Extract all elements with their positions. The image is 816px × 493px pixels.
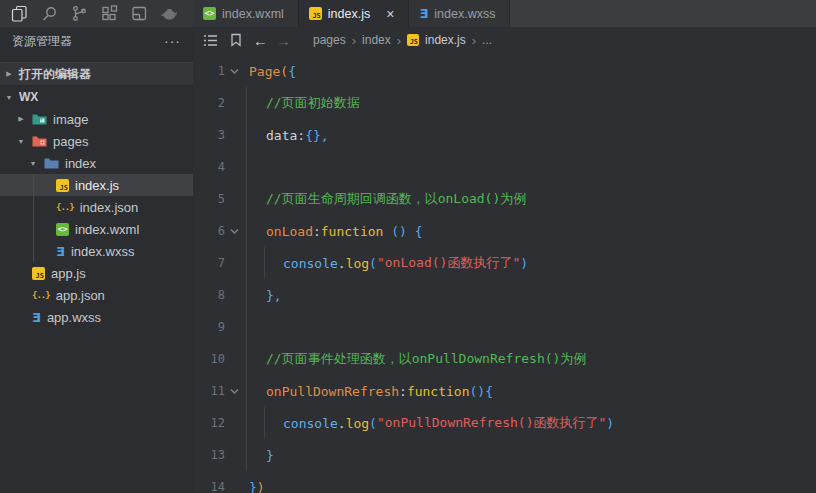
folder-pages-folder-icon	[32, 135, 47, 147]
bookmark-icon[interactable]	[227, 31, 245, 49]
breadcrumb-separator: ›	[352, 33, 356, 48]
file-name: pages	[53, 134, 88, 149]
indent-guide	[33, 240, 34, 262]
editor-group: ← → pages›index›JSindex.js›... 1Page({2/…	[193, 27, 816, 493]
wxss-file-icon: Ǝ	[419, 7, 428, 20]
token: data	[266, 128, 297, 143]
breadcrumb-item[interactable]: ...	[482, 33, 492, 47]
indent-guide	[246, 343, 247, 375]
tab-index-wxss[interactable]: Ǝ index.wxss	[409, 0, 510, 27]
line-number[interactable]: 8	[193, 288, 225, 302]
folder-index-folder-icon	[44, 157, 59, 169]
breadcrumb-item[interactable]: pages	[313, 33, 346, 47]
code-text: onLoad:function () {	[243, 215, 816, 247]
line-number[interactable]: 7	[193, 256, 225, 270]
code-line-9[interactable]: 9	[193, 311, 816, 343]
code-line-2[interactable]: 2//页面初始数据	[193, 87, 816, 119]
section-project-wx[interactable]: ▼ WX	[0, 86, 193, 108]
tree-item-app-js[interactable]: JSapp.js	[0, 262, 193, 284]
code-text: //页面生命周期回调函数，以onLoad()为例	[243, 183, 816, 215]
line-number[interactable]: 4	[193, 160, 225, 174]
line-number[interactable]: 12	[193, 416, 225, 430]
files-icon[interactable]	[6, 3, 32, 25]
tab-index-js[interactable]: JS index.js ×	[299, 0, 410, 27]
back-icon[interactable]: ←	[253, 33, 268, 48]
code-line-6[interactable]: 6onLoad:function () {	[193, 215, 816, 247]
token: //页面事件处理函数，以onPullDownRefresh()为例	[266, 350, 586, 368]
fold-chevron-icon[interactable]	[225, 228, 243, 235]
line-number[interactable]: 10	[193, 352, 225, 366]
token: onPullDownRefresh	[266, 384, 399, 399]
token: }	[266, 288, 274, 303]
tree-item-index-json[interactable]: {..}index.json	[0, 196, 193, 218]
line-number[interactable]: 11	[193, 384, 225, 398]
line-number[interactable]: 2	[193, 96, 225, 110]
tab-index-wxml[interactable]: <> index.wxml	[193, 0, 299, 27]
teapot-icon[interactable]	[156, 3, 182, 25]
code-line-12[interactable]: 12console.log("onPullDownRefresh()函数执行了"…	[193, 407, 816, 439]
line-number[interactable]: 9	[193, 320, 225, 334]
fold-chevron-icon[interactable]	[225, 388, 243, 395]
tab-label: index.js	[328, 7, 370, 21]
code-text: data:{},	[243, 119, 816, 151]
code-line-3[interactable]: 3data:{},	[193, 119, 816, 151]
line-number[interactable]: 3	[193, 128, 225, 142]
code-line-7[interactable]: 7console.log("onLoad()函数执行了")	[193, 247, 816, 279]
explorer-title: 资源管理器	[12, 33, 72, 50]
tree-item-index-js[interactable]: JSindex.js	[0, 174, 193, 196]
indent-guide	[246, 407, 247, 439]
code-line-13[interactable]: 13}	[193, 439, 816, 471]
section-open-editors[interactable]: ▶ 打开的编辑器	[0, 62, 193, 86]
indent-guide	[246, 439, 247, 471]
source-control-icon[interactable]	[66, 3, 92, 25]
forward-icon[interactable]: →	[276, 33, 291, 48]
close-icon[interactable]: ×	[386, 7, 394, 21]
fold-chevron-icon[interactable]	[225, 68, 243, 75]
token: "onLoad()函数执行了"	[377, 254, 520, 272]
breadcrumb-item[interactable]: index.js	[425, 33, 466, 47]
indent-guide	[33, 196, 34, 218]
file-name: app.js	[51, 266, 86, 281]
line-number[interactable]: 14	[193, 480, 225, 493]
indent-guide	[246, 311, 247, 343]
code-line-14[interactable]: 14})	[193, 471, 816, 493]
token: ,	[274, 288, 282, 303]
code-text: },	[243, 279, 816, 311]
top-bar: <> index.wxml JS index.js × Ǝ index.wxss	[0, 0, 816, 27]
line-number[interactable]: 1	[193, 64, 225, 78]
code-line-10[interactable]: 10//页面事件处理函数，以onPullDownRefresh()为例	[193, 343, 816, 375]
file-name: app.wxss	[47, 310, 101, 325]
line-number[interactable]: 5	[193, 192, 225, 206]
extensions-icon[interactable]	[96, 3, 122, 25]
code-line-1[interactable]: 1Page({	[193, 55, 816, 87]
token: :	[313, 224, 321, 239]
code-line-5[interactable]: 5//页面生命周期回调函数，以onLoad()为例	[193, 183, 816, 215]
code-text: //页面初始数据	[243, 87, 816, 119]
breadcrumb-item[interactable]: index	[362, 33, 391, 47]
line-number[interactable]: 13	[193, 448, 225, 462]
code-text: onPullDownRefresh:function(){	[243, 375, 816, 407]
chevron-right-icon: ▶	[16, 115, 26, 123]
breadcrumb-separator: ›	[472, 33, 476, 48]
window-layout-icon[interactable]	[126, 3, 152, 25]
line-number[interactable]: 6	[193, 224, 225, 238]
tree-item-index-wxml[interactable]: <>index.wxml	[0, 218, 193, 240]
tree-item-app-wxss[interactable]: Ǝapp.wxss	[0, 306, 193, 328]
code-line-4[interactable]: 4	[193, 151, 816, 183]
more-actions-icon[interactable]: ···	[164, 33, 181, 49]
tree-item-index[interactable]: ▼index	[0, 152, 193, 174]
tree-item-index-wxss[interactable]: Ǝindex.wxss	[0, 240, 193, 262]
outline-list-icon[interactable]	[201, 31, 219, 49]
token: log	[346, 416, 369, 431]
token: console	[283, 256, 338, 271]
code-text: })	[243, 471, 816, 493]
tab-label: index.wxml	[222, 7, 284, 21]
code-line-11[interactable]: 11onPullDownRefresh:function(){	[193, 375, 816, 407]
tree-item-pages[interactable]: ▼pages	[0, 130, 193, 152]
token: {	[288, 64, 296, 79]
search-icon[interactable]	[36, 3, 62, 25]
code-area[interactable]: 1Page({2//页面初始数据3data:{},45//页面生命周期回调函数，…	[193, 53, 816, 493]
code-line-8[interactable]: 8},	[193, 279, 816, 311]
tree-item-app-json[interactable]: {..}app.json	[0, 284, 193, 306]
tree-item-image[interactable]: ▶image	[0, 108, 193, 130]
